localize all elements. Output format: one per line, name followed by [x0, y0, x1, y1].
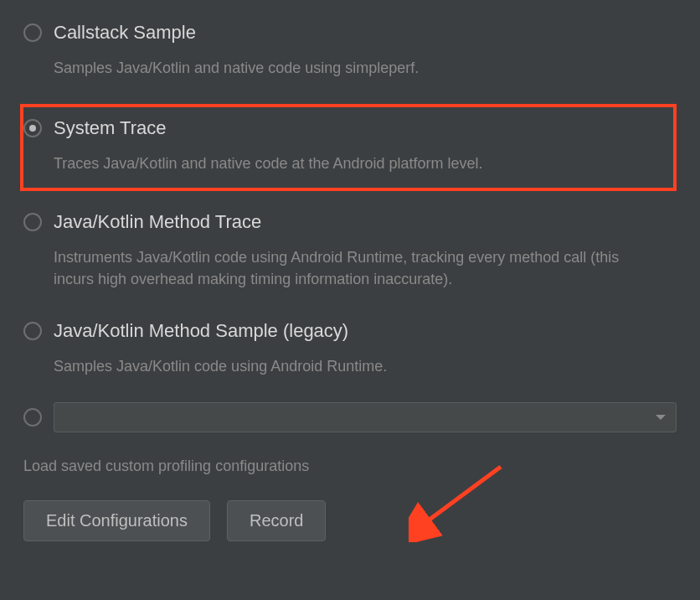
- option-title: Java/Kotlin Method Trace: [54, 211, 261, 233]
- option-title: Callstack Sample: [54, 22, 196, 44]
- option-method-sample-legacy: Java/Kotlin Method Sample (legacy) Sampl…: [23, 315, 677, 382]
- edit-configurations-button[interactable]: Edit Configurations: [23, 500, 210, 541]
- option-description: Traces Java/Kotlin and native code at th…: [54, 153, 623, 174]
- option-title: Java/Kotlin Method Sample (legacy): [54, 320, 348, 342]
- option-callstack-sample: Callstack Sample Samples Java/Kotlin and…: [23, 17, 677, 84]
- chevron-down-icon: [656, 415, 666, 420]
- radio-method-trace[interactable]: [23, 213, 42, 231]
- option-description: Samples Java/Kotlin and native code usin…: [54, 57, 623, 79]
- option-description: Samples Java/Kotlin code using Android R…: [54, 355, 623, 377]
- radio-callstack-sample[interactable]: [23, 23, 42, 42]
- svg-line-1: [424, 467, 501, 524]
- option-description: Instruments Java/Kotlin code using Andro…: [54, 246, 623, 290]
- button-row: Edit Configurations Record: [23, 500, 677, 541]
- option-title: System Trace: [54, 117, 166, 139]
- radio-method-sample-legacy[interactable]: [23, 322, 42, 340]
- radio-custom-config[interactable]: [23, 408, 42, 427]
- record-button[interactable]: Record: [227, 500, 326, 541]
- custom-config-dropdown[interactable]: [54, 402, 677, 432]
- option-system-trace: System Trace Traces Java/Kotlin and nati…: [20, 104, 677, 191]
- custom-config-row: [23, 402, 677, 432]
- hint-text: Load saved custom profiling configuratio…: [23, 458, 677, 475]
- radio-system-trace[interactable]: [23, 119, 42, 137]
- option-method-trace: Java/Kotlin Method Trace Instruments Jav…: [23, 206, 677, 295]
